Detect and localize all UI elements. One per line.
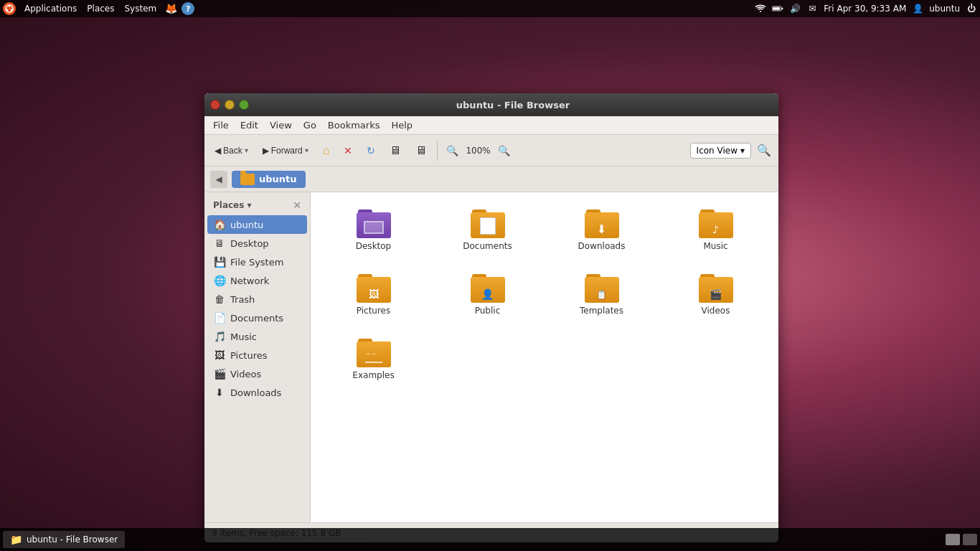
menu-view[interactable]: View <box>264 118 298 133</box>
sidebar-videos-label: Videos <box>230 369 261 380</box>
sidebar-music-label: Music <box>230 331 257 342</box>
close-button[interactable] <box>210 100 220 110</box>
sidebar-item-trash[interactable]: 🗑 Trash <box>207 290 307 309</box>
sidebar: Places ▾ ✕ 🏠 ubuntu 🖥 Desktop 💾 File Sys… <box>204 192 311 522</box>
taskbar-view-btn-1[interactable] <box>946 534 960 545</box>
sidebar-pictures-label: Pictures <box>230 350 267 361</box>
computer-button[interactable]: 🖥 <box>384 141 407 160</box>
file-item-desktop[interactable]: Desktop <box>322 204 425 257</box>
taskbar-right <box>946 534 977 545</box>
battery-icon[interactable] <box>772 3 783 14</box>
sidebar-pictures-icon: 🖼 <box>213 349 226 362</box>
file-item-downloads[interactable]: ⬇ Downloads <box>550 204 653 257</box>
forward-label: Forward <box>271 146 303 156</box>
firefox-icon[interactable]: 🦊 <box>162 1 180 16</box>
menu-edit[interactable]: Edit <box>235 118 264 133</box>
toolbar-separator <box>437 141 438 161</box>
sidebar-item-ubuntu[interactable]: 🏠 ubuntu <box>207 215 307 234</box>
taskbar: 📁 ubuntu - File Browser <box>0 528 980 551</box>
power-icon[interactable]: ⏻ <box>966 3 977 14</box>
toolbar: ◀ Back ▾ ▶ Forward ▾ ⌂ ✕ ↻ 🖥 🖥 🔍 100% 🔍 <box>204 135 778 166</box>
sidebar-desktop-icon: 🖥 <box>213 237 226 250</box>
taskbar-icon: 📁 <box>10 534 22 545</box>
envelope-icon[interactable]: ✉ <box>806 3 818 14</box>
sidebar-documents-icon: 📄 <box>213 311 226 324</box>
sidebar-filesystem-icon: 💾 <box>213 255 226 268</box>
breadcrumb-folder-icon <box>240 174 255 185</box>
ubuntu-logo[interactable] <box>3 2 16 15</box>
taskbar-file-browser[interactable]: 📁 ubuntu - File Browser <box>3 531 125 548</box>
computer-icon: 🖥 <box>390 144 401 157</box>
sidebar-ubuntu-icon: 🏠 <box>213 218 226 231</box>
public-folder-icon: 👤 <box>471 274 505 303</box>
sidebar-desktop-label: Desktop <box>230 238 269 249</box>
menu-bookmarks[interactable]: Bookmarks <box>322 118 386 133</box>
file-item-videos[interactable]: 🎬 Videos <box>664 268 767 321</box>
sidebar-ubuntu-label: ubuntu <box>230 220 263 230</box>
user-icon[interactable]: 👤 <box>912 3 923 14</box>
location-back-button[interactable]: ◀ <box>210 171 227 188</box>
taskbar-view-btn-2[interactable] <box>963 534 977 545</box>
reload-icon: ↻ <box>367 145 375 156</box>
sidebar-item-pictures[interactable]: 🖼 Pictures <box>207 346 307 364</box>
wifi-icon[interactable] <box>755 3 766 14</box>
menu-help[interactable]: Help <box>385 118 418 133</box>
sidebar-close-button[interactable]: ✕ <box>293 199 301 211</box>
music-folder-icon: ♪ <box>699 209 733 238</box>
svg-rect-6 <box>773 7 780 10</box>
search-button[interactable]: 🔍 <box>754 141 774 161</box>
menu-places[interactable]: Places <box>83 2 118 15</box>
desktop-folder-icon <box>357 209 391 238</box>
sidebar-item-network[interactable]: 🌐 Network <box>207 271 307 290</box>
forward-button[interactable]: ▶ Forward ▾ <box>257 143 314 159</box>
file-item-public[interactable]: 👤 Public <box>436 268 539 321</box>
file-item-documents[interactable]: Documents <box>436 204 539 257</box>
sidebar-network-icon: 🌐 <box>213 274 226 287</box>
templates-label: Templates <box>580 306 623 316</box>
svg-rect-5 <box>782 8 783 10</box>
sidebar-item-filesystem[interactable]: 💾 File System <box>207 253 307 271</box>
location-breadcrumb[interactable]: ubuntu <box>232 171 306 188</box>
menu-file[interactable]: File <box>207 118 235 133</box>
pictures-label: Pictures <box>357 306 391 316</box>
volume-icon[interactable]: 🔊 <box>789 3 801 14</box>
menu-system[interactable]: System <box>120 2 161 15</box>
sidebar-trash-icon: 🗑 <box>213 293 226 306</box>
back-button[interactable]: ◀ Back ▾ <box>209 143 254 159</box>
breadcrumb-label: ubuntu <box>259 174 297 184</box>
zoom-in-button[interactable]: 🔍 <box>494 143 514 158</box>
sidebar-item-videos[interactable]: 🎬 Videos <box>207 364 307 383</box>
sidebar-item-music[interactable]: 🎵 Music <box>207 327 307 346</box>
menu-go[interactable]: Go <box>298 118 322 133</box>
search-icon: 🔍 <box>757 143 771 157</box>
sidebar-item-documents[interactable]: 📄 Documents <box>207 309 307 327</box>
sidebar-music-icon: 🎵 <box>213 330 226 343</box>
maximize-button[interactable] <box>239 100 249 110</box>
examples-label: Examples <box>352 370 394 380</box>
file-item-pictures[interactable]: 🖼 Pictures <box>322 268 425 321</box>
file-item-examples[interactable]: _ _ _ Examples <box>322 333 425 386</box>
monitor-button[interactable]: 🖥 <box>410 141 433 160</box>
zoom-out-button[interactable]: 🔍 <box>442 143 463 158</box>
svg-point-2 <box>11 9 13 11</box>
sidebar-filesystem-label: File System <box>230 257 283 268</box>
top-panel: Applications Places System 🦊 ? 🔊 ✉ Fri A… <box>0 0 980 17</box>
home-button[interactable]: ⌂ <box>317 141 336 160</box>
file-item-music[interactable]: ♪ Music <box>664 204 767 257</box>
help-icon[interactable]: ? <box>182 2 194 15</box>
minimize-button[interactable] <box>225 100 235 110</box>
sidebar-item-downloads[interactable]: ⬇ Downloads <box>207 383 307 402</box>
top-panel-left: Applications Places System 🦊 ? <box>3 1 194 16</box>
user-label: ubuntu <box>929 4 960 14</box>
menu-applications[interactable]: Applications <box>20 2 81 15</box>
sidebar-network-label: Network <box>230 276 269 286</box>
file-item-templates[interactable]: 📋 Templates <box>550 268 653 321</box>
location-bar: ◀ ubuntu <box>204 166 778 192</box>
zoom-level: 100% <box>466 146 490 156</box>
view-mode-dropdown-icon: ▾ <box>740 146 745 156</box>
view-mode-selector[interactable]: Icon View ▾ <box>690 143 751 159</box>
reload-button[interactable]: ↻ <box>361 142 381 159</box>
stop-icon: ✕ <box>344 145 352 156</box>
stop-button[interactable]: ✕ <box>338 142 358 159</box>
sidebar-item-desktop[interactable]: 🖥 Desktop <box>207 234 307 253</box>
